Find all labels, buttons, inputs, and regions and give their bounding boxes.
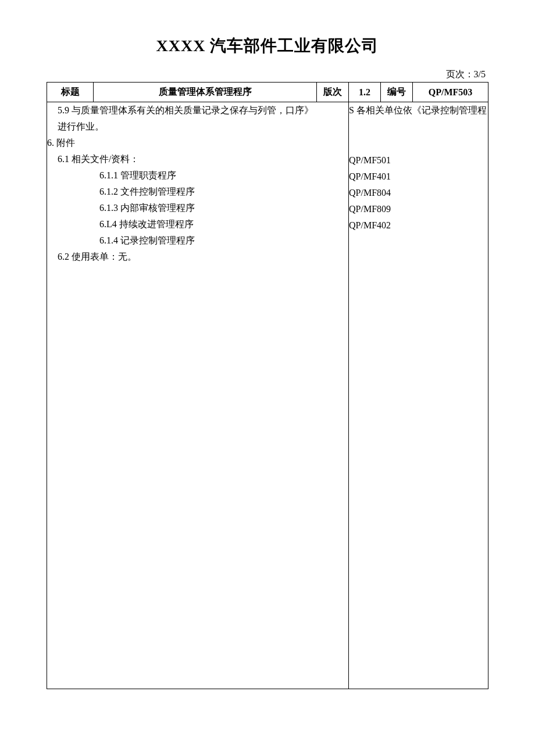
section-6: 6. 附件 — [47, 135, 348, 151]
doc-item-num: 6.1.4 — [99, 235, 118, 245]
header-row: 标题 质量管理体系管理程序 版次 1.2 编号 QP/MF503 — [47, 83, 488, 102]
doc-item: 6.1.4 记录控制管理程序 — [47, 232, 348, 249]
doc-item-name: 文件控制管理程序 — [120, 187, 195, 196]
doc-item: 6.1.1 管理职责程序 — [47, 167, 348, 184]
doc-code: QP/MF501 — [349, 152, 488, 169]
right-top-text: S 各相关单位依《记录控制管理程 — [349, 102, 488, 119]
doc-code: QP/MF809 — [349, 201, 488, 217]
doc-code-list: QP/MF501 QP/MF401 QP/MF804 QP/MF809 QP/M… — [349, 152, 488, 234]
company-title: XXXX 汽车部件工业有限公司 — [47, 35, 488, 57]
doc-item-num: 6.1.3 — [99, 203, 118, 213]
content-left-cell: 5.9 与质量管理体系有关的相关质量记录之保存与列管，口序》 进行作业。 6. … — [47, 102, 349, 689]
doc-item-num: 6.1.1 — [99, 170, 118, 180]
doc-item-name: 持续改进管理程序 — [119, 219, 194, 229]
content-row: 5.9 与质量管理体系有关的相关质量记录之保存与列管，口序》 进行作业。 6. … — [47, 102, 488, 689]
section-6-1: 6.1 相关文件/资料： — [47, 151, 348, 167]
title-label: 标题 — [47, 83, 94, 102]
doc-item-name: 管理职责程序 — [120, 170, 176, 180]
version-value: 1.2 — [349, 83, 381, 102]
doc-code: QP/MF804 — [349, 185, 488, 201]
doc-item: 6.1.3 内部审核管理程序 — [47, 200, 348, 216]
section-5-9-cont: 进行作业。 — [47, 119, 348, 135]
content-right-cell: S 各相关单位依《记录控制管理程 QP/MF501 QP/MF401 QP/MF… — [349, 102, 488, 689]
version-label: 版次 — [317, 83, 349, 102]
doc-item-num: 6.1.2 — [99, 187, 118, 196]
page-indicator: 页次：3/5 — [47, 69, 488, 81]
number-value: QP/MF503 — [413, 83, 488, 102]
doc-item-num: 6.L4 — [99, 219, 117, 229]
title-value: 质量管理体系管理程序 — [94, 83, 317, 102]
doc-item-name: 记录控制管理程序 — [120, 235, 195, 245]
section-6-2: 6.2 使用表单：无。 — [47, 249, 348, 265]
doc-code: QP/MF401 — [349, 169, 488, 185]
doc-item: 6.1.2 文件控制管理程序 — [47, 184, 348, 200]
doc-code: QP/MF402 — [349, 217, 488, 234]
doc-item: 6.L4 持续改进管理程序 — [47, 216, 348, 232]
section-5-9: 5.9 与质量管理体系有关的相关质量记录之保存与列管，口序》 — [47, 102, 348, 119]
document-table: 标题 质量管理体系管理程序 版次 1.2 编号 QP/MF503 5.9 与质量… — [47, 82, 488, 689]
number-label: 编号 — [381, 83, 413, 102]
doc-item-name: 内部审核管理程序 — [120, 203, 195, 213]
